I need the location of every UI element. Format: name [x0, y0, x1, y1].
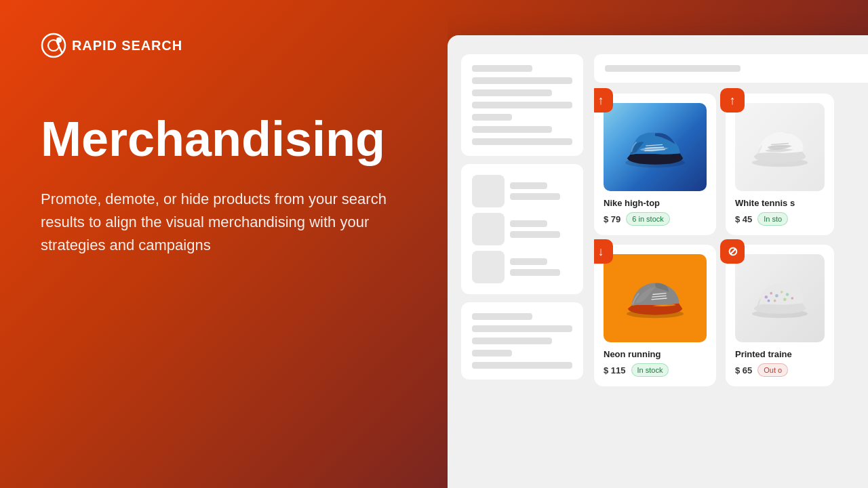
product-price-3: $ 115 — [604, 365, 626, 375]
product-name-2: White tennis s — [735, 198, 825, 208]
mockup-window: ↑ — [448, 35, 868, 488]
logo-icon — [41, 33, 66, 58]
skel-line — [510, 269, 560, 276]
product-card-white-tennis[interactable]: ↑ — [726, 94, 834, 235]
promote-badge-2: ↑ — [720, 88, 745, 113]
product-image-blue-sneaker — [604, 103, 707, 191]
skel-line — [472, 338, 552, 344]
stock-badge-3: In stock — [631, 363, 669, 377]
hide-badge: ⊘ — [720, 239, 745, 264]
shoe-bg-blue — [604, 103, 707, 191]
skeleton-list — [461, 54, 583, 476]
shoe-svg-2 — [743, 120, 817, 174]
skel-line — [510, 193, 560, 200]
logo-text: RAPID SEARCH — [72, 38, 182, 54]
skel-line — [472, 325, 572, 332]
skel-line — [472, 138, 572, 145]
skel-line — [510, 182, 547, 189]
product-card-nike-hightop[interactable]: ↑ — [594, 94, 716, 235]
search-skeleton — [605, 65, 741, 72]
shoe-svg-1 — [618, 120, 692, 174]
skeleton-card-3 — [461, 302, 583, 380]
shoe-bg-white — [735, 103, 825, 191]
svg-point-24 — [783, 298, 787, 302]
page-description: Promote, demote, or hide products from y… — [41, 188, 434, 257]
promote-badge: ↑ — [594, 88, 613, 113]
product-image-orange-sneaker — [604, 254, 707, 342]
skel-line — [472, 313, 532, 320]
shoe-svg-3 — [618, 271, 692, 325]
product-price-row-1: $ 79 6 in stock — [604, 212, 707, 226]
svg-point-21 — [791, 297, 794, 300]
svg-point-20 — [786, 293, 789, 296]
skel-rect — [472, 175, 505, 207]
product-price-row-3: $ 115 In stock — [604, 363, 707, 377]
product-row-1: ↑ — [594, 94, 868, 235]
skel-line — [472, 102, 572, 108]
skel-rect — [472, 251, 505, 283]
product-image-white-sneaker — [735, 103, 825, 191]
product-price-4: $ 65 — [735, 365, 752, 375]
arrow-up-icon: ↑ — [598, 94, 604, 108]
svg-point-22 — [768, 300, 770, 302]
skel-line — [510, 220, 547, 227]
skel-line — [510, 231, 560, 238]
skeleton-card-2 — [461, 164, 583, 294]
product-price-row-4: $ 65 Out o — [735, 363, 825, 377]
stock-badge-1: 6 in stock — [626, 212, 669, 226]
svg-point-19 — [781, 291, 783, 293]
arrow-up-icon-2: ↑ — [730, 94, 736, 108]
left-panel: RAPID SEARCH Merchandising Promote, demo… — [0, 0, 502, 488]
skel-line — [510, 258, 547, 265]
arrow-down-icon: ↓ — [598, 245, 604, 259]
stock-badge-4: Out o — [757, 363, 788, 377]
skel-line — [472, 126, 552, 133]
product-row-2: ↓ — [594, 245, 868, 386]
svg-point-18 — [775, 294, 778, 298]
demote-badge: ↓ — [594, 239, 613, 264]
page-heading: Merchandising — [41, 113, 461, 166]
skeleton-card-1 — [461, 54, 583, 156]
svg-point-16 — [765, 296, 768, 299]
shoe-svg-4 — [743, 271, 817, 325]
skel-line — [472, 362, 572, 369]
skel-line — [472, 65, 532, 72]
logo: RAPID SEARCH — [41, 33, 461, 58]
right-panel: ↑ — [448, 0, 868, 488]
search-bar[interactable] — [594, 54, 868, 83]
product-name-3: Neon running — [604, 349, 707, 359]
svg-point-23 — [774, 300, 776, 302]
skel-line — [472, 350, 512, 357]
product-card-printed-trainer[interactable]: ⊘ — [726, 245, 834, 386]
product-image-printed-sneaker — [735, 254, 825, 342]
skel-line — [472, 89, 552, 96]
product-card-neon-running[interactable]: ↓ — [594, 245, 716, 386]
svg-point-0 — [42, 34, 65, 57]
product-grid: ↑ — [594, 54, 868, 476]
product-price-1: $ 79 — [604, 214, 620, 224]
eye-slash-icon: ⊘ — [728, 244, 738, 259]
skel-rect — [472, 213, 505, 245]
stock-badge-2: In sto — [757, 212, 788, 226]
svg-point-17 — [770, 292, 772, 295]
product-price-row-2: $ 45 In sto — [735, 212, 825, 226]
product-name-4: Printed traine — [735, 349, 825, 359]
product-name-1: Nike high-top — [604, 198, 707, 208]
skel-line — [472, 114, 512, 121]
product-price-2: $ 45 — [735, 214, 752, 224]
skel-line — [472, 77, 572, 84]
